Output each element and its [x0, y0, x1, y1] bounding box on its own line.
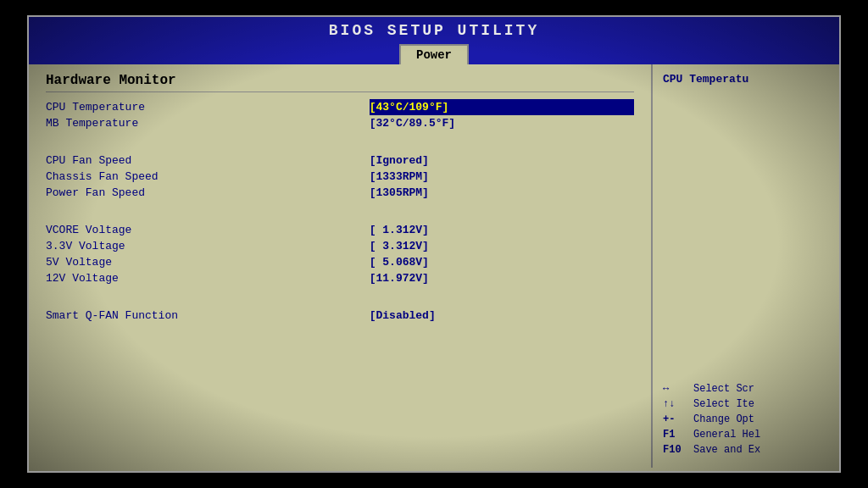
- power-tab[interactable]: Power: [399, 44, 469, 64]
- monitor-value: [1333RPM]: [370, 169, 634, 185]
- left-panel: Hardware Monitor CPU Temperature[43°C/10…: [29, 64, 653, 468]
- key-help-list: ↔Select Scr↑↓Select Ite+-Change OptF1Gen…: [663, 383, 829, 459]
- key-desc: Select Ite: [693, 398, 754, 410]
- key-symbol: F1: [663, 429, 687, 441]
- right-panel: CPU Temperatu ↔Select Scr↑↓Select Ite+-C…: [653, 64, 839, 468]
- key-symbol: F10: [663, 444, 687, 456]
- monitor-label: 3.3V Voltage: [46, 238, 370, 254]
- monitor-value: [11.972V]: [370, 270, 634, 286]
- help-spacer: [663, 94, 829, 383]
- monitor-label: 5V Voltage: [46, 254, 370, 270]
- key-help-item: ↑↓Select Ite: [663, 398, 829, 410]
- monitor-value: [32°C/89.5°F]: [370, 115, 634, 131]
- monitor-value: [ 1.312V]: [370, 222, 634, 238]
- key-symbol: ↑↓: [663, 398, 687, 410]
- monitor-value: [Ignored]: [370, 152, 634, 169]
- key-symbol: ↔: [663, 383, 687, 395]
- key-help-item: +-Change Opt: [663, 413, 829, 425]
- monitor-label: CPU Fan Speed: [46, 152, 370, 169]
- content-area: Hardware Monitor CPU Temperature[43°C/10…: [29, 64, 839, 468]
- bios-title: BIOS SETUP UTILITY: [29, 17, 839, 44]
- key-desc: Select Scr: [693, 383, 754, 395]
- key-help-item: ↔Select Scr: [663, 383, 829, 395]
- key-help-item: F1General Hel: [663, 429, 829, 441]
- monitor-value: [43°C/109°F]: [370, 99, 634, 115]
- help-title: CPU Temperatu: [663, 73, 829, 86]
- monitor-value: [ 3.312V]: [370, 238, 634, 254]
- key-symbol: +-: [663, 413, 687, 425]
- monitor-label: Chassis Fan Speed: [46, 169, 370, 185]
- monitor-label: 12V Voltage: [46, 270, 370, 286]
- key-desc: Change Opt: [693, 413, 754, 425]
- bios-screen: BIOS SETUP UTILITY Power Hardware Monito…: [27, 15, 841, 473]
- monitor-value: [ 5.068V]: [370, 254, 634, 270]
- monitor-label: VCORE Voltage: [46, 222, 370, 238]
- monitor-value: [1305RPM]: [370, 185, 634, 201]
- monitor-table: CPU Temperature[43°C/109°F]MB Temperatur…: [46, 99, 634, 324]
- section-title: Hardware Monitor: [46, 73, 634, 92]
- key-help-item: F10Save and Ex: [663, 444, 829, 456]
- monitor-label: CPU Temperature: [46, 99, 370, 115]
- monitor-label: Power Fan Speed: [46, 185, 370, 201]
- monitor-label: Smart Q-FAN Function: [46, 308, 370, 324]
- tab-row: Power: [29, 44, 839, 64]
- key-desc: General Hel: [693, 429, 760, 441]
- monitor-label: MB Temperature: [46, 115, 370, 131]
- monitor-value: [Disabled]: [370, 308, 634, 324]
- key-desc: Save and Ex: [693, 444, 760, 456]
